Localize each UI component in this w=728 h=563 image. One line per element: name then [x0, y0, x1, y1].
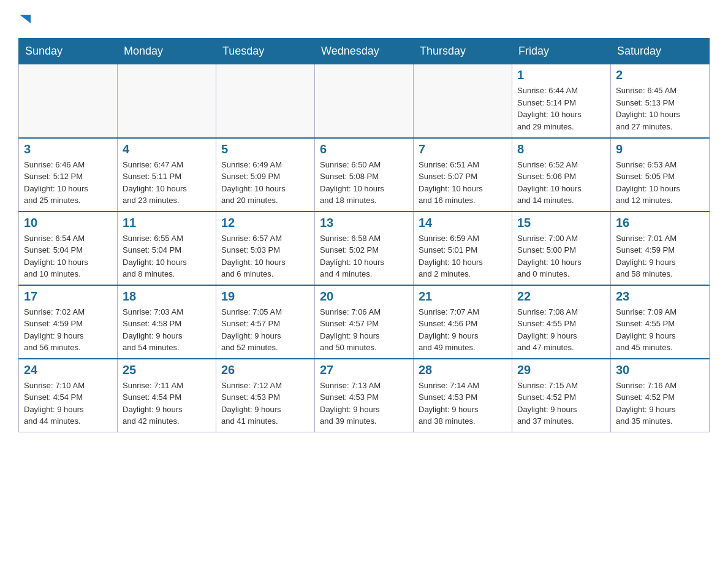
day-number: 12	[221, 216, 309, 230]
calendar-cell: 7Sunrise: 6:51 AM Sunset: 5:07 PM Daylig…	[414, 138, 512, 212]
calendar-cell: 11Sunrise: 6:55 AM Sunset: 5:04 PM Dayli…	[118, 212, 216, 285]
weekday-header-row: SundayMondayTuesdayWednesdayThursdayFrid…	[19, 39, 710, 64]
calendar-week-row: 24Sunrise: 7:10 AM Sunset: 4:54 PM Dayli…	[19, 359, 710, 432]
logo	[18, 12, 32, 26]
weekday-header-monday: Monday	[118, 39, 216, 64]
calendar-week-row: 1Sunrise: 6:44 AM Sunset: 5:14 PM Daylig…	[19, 64, 710, 138]
day-info: Sunrise: 6:54 AM Sunset: 5:04 PM Dayligh…	[24, 232, 112, 280]
day-info: Sunrise: 6:55 AM Sunset: 5:04 PM Dayligh…	[123, 232, 211, 280]
calendar-table: SundayMondayTuesdayWednesdayThursdayFrid…	[18, 38, 710, 432]
calendar-cell	[216, 64, 315, 138]
day-info: Sunrise: 7:12 AM Sunset: 4:53 PM Dayligh…	[221, 380, 309, 427]
calendar-cell: 12Sunrise: 6:57 AM Sunset: 5:03 PM Dayli…	[216, 212, 315, 285]
day-info: Sunrise: 6:58 AM Sunset: 5:02 PM Dayligh…	[320, 232, 408, 280]
calendar-cell: 10Sunrise: 6:54 AM Sunset: 5:04 PM Dayli…	[19, 212, 118, 285]
day-info: Sunrise: 7:16 AM Sunset: 4:52 PM Dayligh…	[616, 380, 704, 427]
day-info: Sunrise: 7:15 AM Sunset: 4:52 PM Dayligh…	[517, 380, 605, 427]
calendar-cell: 6Sunrise: 6:50 AM Sunset: 5:08 PM Daylig…	[315, 138, 414, 212]
weekday-header-friday: Friday	[512, 39, 611, 64]
calendar-cell: 14Sunrise: 6:59 AM Sunset: 5:01 PM Dayli…	[414, 212, 512, 285]
calendar-week-row: 17Sunrise: 7:02 AM Sunset: 4:59 PM Dayli…	[19, 285, 710, 359]
svg-marker-0	[20, 15, 31, 23]
day-number: 2	[616, 68, 704, 82]
day-info: Sunrise: 7:06 AM Sunset: 4:57 PM Dayligh…	[320, 306, 408, 354]
calendar-cell	[414, 64, 512, 138]
day-number: 29	[517, 363, 605, 377]
calendar-cell: 13Sunrise: 6:58 AM Sunset: 5:02 PM Dayli…	[315, 212, 414, 285]
day-info: Sunrise: 6:57 AM Sunset: 5:03 PM Dayligh…	[221, 232, 309, 280]
calendar-cell: 2Sunrise: 6:45 AM Sunset: 5:13 PM Daylig…	[611, 64, 710, 138]
day-info: Sunrise: 7:01 AM Sunset: 4:59 PM Dayligh…	[616, 232, 704, 280]
calendar-cell: 1Sunrise: 6:44 AM Sunset: 5:14 PM Daylig…	[512, 64, 611, 138]
weekday-header-saturday: Saturday	[611, 39, 710, 64]
day-number: 18	[123, 289, 211, 304]
day-info: Sunrise: 7:09 AM Sunset: 4:55 PM Dayligh…	[616, 306, 704, 354]
day-number: 7	[419, 142, 507, 156]
calendar-cell: 5Sunrise: 6:49 AM Sunset: 5:09 PM Daylig…	[216, 138, 315, 212]
calendar-cell: 22Sunrise: 7:08 AM Sunset: 4:55 PM Dayli…	[512, 285, 611, 359]
day-number: 26	[221, 363, 309, 377]
day-number: 6	[320, 142, 408, 156]
calendar-cell: 28Sunrise: 7:14 AM Sunset: 4:53 PM Dayli…	[414, 359, 512, 432]
calendar-cell: 26Sunrise: 7:12 AM Sunset: 4:53 PM Dayli…	[216, 359, 315, 432]
day-number: 4	[123, 142, 211, 156]
day-info: Sunrise: 6:52 AM Sunset: 5:06 PM Dayligh…	[517, 159, 605, 207]
day-number: 10	[24, 216, 112, 230]
calendar-week-row: 10Sunrise: 6:54 AM Sunset: 5:04 PM Dayli…	[19, 212, 710, 285]
calendar-cell: 8Sunrise: 6:52 AM Sunset: 5:06 PM Daylig…	[512, 138, 611, 212]
day-number: 14	[419, 216, 507, 230]
calendar-cell: 4Sunrise: 6:47 AM Sunset: 5:11 PM Daylig…	[118, 138, 216, 212]
day-info: Sunrise: 7:02 AM Sunset: 4:59 PM Dayligh…	[24, 306, 112, 354]
calendar-cell: 30Sunrise: 7:16 AM Sunset: 4:52 PM Dayli…	[611, 359, 710, 432]
calendar-cell: 16Sunrise: 7:01 AM Sunset: 4:59 PM Dayli…	[611, 212, 710, 285]
day-info: Sunrise: 6:50 AM Sunset: 5:08 PM Dayligh…	[320, 159, 408, 207]
day-number: 9	[616, 142, 704, 156]
day-number: 17	[24, 289, 112, 304]
day-info: Sunrise: 7:07 AM Sunset: 4:56 PM Dayligh…	[419, 306, 507, 354]
day-info: Sunrise: 7:14 AM Sunset: 4:53 PM Dayligh…	[419, 380, 507, 427]
day-info: Sunrise: 6:59 AM Sunset: 5:01 PM Dayligh…	[419, 232, 507, 280]
day-info: Sunrise: 7:00 AM Sunset: 5:00 PM Dayligh…	[517, 232, 605, 280]
calendar-cell: 15Sunrise: 7:00 AM Sunset: 5:00 PM Dayli…	[512, 212, 611, 285]
day-info: Sunrise: 6:49 AM Sunset: 5:09 PM Dayligh…	[221, 159, 309, 207]
calendar-cell: 23Sunrise: 7:09 AM Sunset: 4:55 PM Dayli…	[611, 285, 710, 359]
calendar-cell	[118, 64, 216, 138]
day-number: 8	[517, 142, 605, 156]
day-number: 22	[517, 289, 605, 304]
day-info: Sunrise: 7:03 AM Sunset: 4:58 PM Dayligh…	[123, 306, 211, 354]
calendar-cell: 25Sunrise: 7:11 AM Sunset: 4:54 PM Dayli…	[118, 359, 216, 432]
day-info: Sunrise: 7:13 AM Sunset: 4:53 PM Dayligh…	[320, 380, 408, 427]
weekday-header-thursday: Thursday	[414, 39, 512, 64]
calendar-cell: 24Sunrise: 7:10 AM Sunset: 4:54 PM Dayli…	[19, 359, 118, 432]
weekday-header-tuesday: Tuesday	[216, 39, 315, 64]
calendar-cell: 9Sunrise: 6:53 AM Sunset: 5:05 PM Daylig…	[611, 138, 710, 212]
day-number: 3	[24, 142, 112, 156]
day-number: 28	[419, 363, 507, 377]
calendar-week-row: 3Sunrise: 6:46 AM Sunset: 5:12 PM Daylig…	[19, 138, 710, 212]
day-number: 20	[320, 289, 408, 304]
calendar-cell: 17Sunrise: 7:02 AM Sunset: 4:59 PM Dayli…	[19, 285, 118, 359]
day-number: 19	[221, 289, 309, 304]
day-info: Sunrise: 6:44 AM Sunset: 5:14 PM Dayligh…	[517, 85, 605, 132]
day-info: Sunrise: 6:45 AM Sunset: 5:13 PM Dayligh…	[616, 85, 704, 132]
calendar-cell: 3Sunrise: 6:46 AM Sunset: 5:12 PM Daylig…	[19, 138, 118, 212]
day-number: 11	[123, 216, 211, 230]
day-info: Sunrise: 6:46 AM Sunset: 5:12 PM Dayligh…	[24, 159, 112, 207]
day-number: 23	[616, 289, 704, 304]
calendar-cell: 21Sunrise: 7:07 AM Sunset: 4:56 PM Dayli…	[414, 285, 512, 359]
logo-triangle-icon	[18, 12, 32, 26]
day-number: 15	[517, 216, 605, 230]
calendar-cell	[19, 64, 118, 138]
day-info: Sunrise: 6:47 AM Sunset: 5:11 PM Dayligh…	[123, 159, 211, 207]
day-info: Sunrise: 7:05 AM Sunset: 4:57 PM Dayligh…	[221, 306, 309, 354]
calendar-cell: 19Sunrise: 7:05 AM Sunset: 4:57 PM Dayli…	[216, 285, 315, 359]
calendar-cell: 27Sunrise: 7:13 AM Sunset: 4:53 PM Dayli…	[315, 359, 414, 432]
calendar-cell: 18Sunrise: 7:03 AM Sunset: 4:58 PM Dayli…	[118, 285, 216, 359]
day-info: Sunrise: 6:51 AM Sunset: 5:07 PM Dayligh…	[419, 159, 507, 207]
calendar-cell: 29Sunrise: 7:15 AM Sunset: 4:52 PM Dayli…	[512, 359, 611, 432]
calendar-cell: 20Sunrise: 7:06 AM Sunset: 4:57 PM Dayli…	[315, 285, 414, 359]
day-info: Sunrise: 7:08 AM Sunset: 4:55 PM Dayligh…	[517, 306, 605, 354]
day-number: 27	[320, 363, 408, 377]
day-info: Sunrise: 7:10 AM Sunset: 4:54 PM Dayligh…	[24, 380, 112, 427]
day-number: 25	[123, 363, 211, 377]
